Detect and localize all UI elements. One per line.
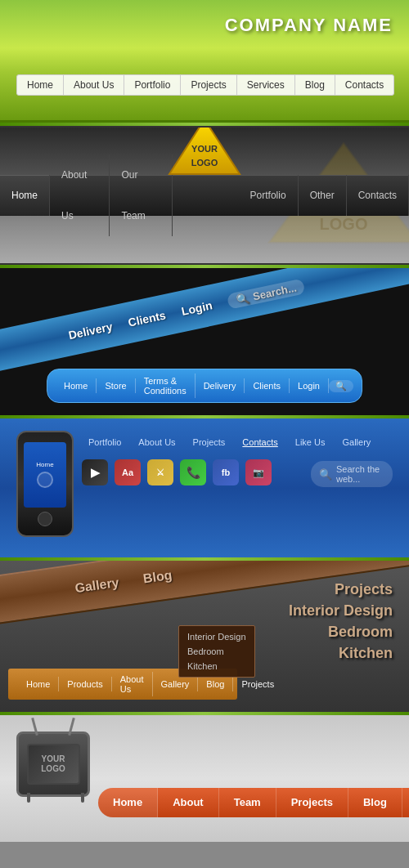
nav4-like[interactable]: Like Us [289,435,332,450]
nav6-blog[interactable]: Blog [348,788,402,817]
tv-body: YOUR LOGO [16,732,90,797]
tv-logo-line2: LOGO [41,764,65,773]
nav6-about[interactable]: About [158,788,219,817]
drop-bedroom[interactable]: Bedroom [179,644,254,659]
nav3-clients[interactable]: Clients [245,378,290,393]
nav6-team[interactable]: Team [219,788,276,817]
label-projects[interactable]: Projects [289,581,393,598]
nav2-team[interactable]: Our Team [110,154,172,236]
logo-triangle: YOUR LOGO [168,126,241,181]
phone-home-btn[interactable] [38,512,52,526]
label-interior[interactable]: Interior Design [289,602,393,620]
search-bar-4[interactable]: 🔍 Search the web... [311,461,393,487]
angled-clients[interactable]: Clients [127,308,167,329]
phone-home-label: Home [36,461,53,468]
tv-logo-text: YOUR LOGO [41,754,65,774]
section6-tv-nav: YOUR LOGO Home About Team Projects Blog … [0,715,409,842]
angled-search-label: Search... [252,281,298,302]
tv-antenna-left [31,718,38,736]
nav5-about[interactable]: About Us [112,672,153,696]
nav6-stream[interactable]: Stream [402,788,409,817]
nav2-contacts[interactable]: Contacts [347,175,409,216]
nav3-store[interactable]: Store [97,378,135,393]
nav-bar-1: Home About Us Portfolio Projects Service… [16,74,394,96]
nav4-gallery[interactable]: Gallery [335,435,377,450]
phone-image: Home [16,431,74,537]
search-mag-icon: 🔍 [335,381,347,391]
angled-search[interactable]: 🔍 Search... [227,278,306,309]
nav3-terms[interactable]: Terms & Conditions [136,374,196,398]
svg-text:LOGO: LOGO [320,215,368,233]
section3-angled-nav: Delivery Clients Login 🔍 Search... Home … [0,268,409,415]
company-name: COMPANY NAME [225,15,393,36]
app-icon-game[interactable]: ⚔ [147,459,173,485]
angled-bar: Delivery Clients Login 🔍 Search... [0,268,409,376]
nav1-about[interactable]: About Us [64,75,124,95]
nav2-home[interactable]: Home [0,175,50,216]
dropdown-menu: Interior Design Bedroom Kitchen [178,625,255,678]
tv-legs [27,793,84,803]
section4-iphone-nav: Home Portfolio About Us Projects Contact… [0,418,409,557]
app-icons-row: ▶ Aa ⚔ 📞 fb 📷 [82,459,272,485]
angled-login[interactable]: Login [180,298,213,318]
section5-wood-nav: Gallery Blog Projects Interior Design Be… [0,561,409,712]
nav5-home[interactable]: Home [18,677,59,691]
app-icon-fb[interactable]: fb [213,459,239,485]
app-icon-phone[interactable]: 📞 [180,459,206,485]
nav-bar-4-tabs: Portfolio About Us Projects Contacts Lik… [82,435,377,450]
tv-antenna-right [68,718,75,736]
tv-leg-right [81,793,84,803]
section1-green-nav: COMPANY NAME Home About Us Portfolio Pro… [0,0,409,123]
nav6-home[interactable]: Home [98,788,158,817]
nav-bar-3: Home Store Terms & Conditions Delivery C… [47,369,362,403]
nav4-about[interactable]: About Us [132,435,182,450]
nav5-products[interactable]: Products [59,677,111,691]
wood-gallery[interactable]: Gallery [74,575,119,596]
nav1-contacts[interactable]: Contacts [335,75,393,95]
angled-delivery[interactable]: Delivery [67,320,114,342]
nav5-blog[interactable]: Blog [198,677,233,691]
nav1-blog[interactable]: Blog [295,75,335,95]
svg-text:YOUR: YOUR [191,144,218,154]
phone-screen: Home [24,442,66,508]
inline-search[interactable]: 🔍 [329,380,353,392]
label-kitchen[interactable]: Kitchen [289,645,393,662]
nav3-login[interactable]: Login [290,378,329,393]
search-icon: 🔍 [235,291,250,306]
nav4-projects[interactable]: Projects [187,435,232,450]
section2-dark-nav: YOUR LOGO YOUR LOGO Home About Us Our Te… [0,126,409,265]
tv-logo: YOUR LOGO [16,732,90,797]
nav3-delivery[interactable]: Delivery [196,378,245,393]
app-icon-photo[interactable]: 📷 [245,459,272,485]
nav1-home[interactable]: Home [17,75,64,95]
nav-bar-2: Home About Us Our Team Portfolio Other C… [0,175,409,216]
tv-screen: YOUR LOGO [27,744,80,785]
app-icon-play[interactable]: ▶ [82,459,108,485]
nav6-projects[interactable]: Projects [276,788,348,817]
camera-icon [37,472,53,488]
svg-text:LOGO: LOGO [191,158,218,168]
tv-leg-left [27,793,30,803]
nav2-portfolio[interactable]: Portfolio [239,175,299,216]
phone-body: Home [16,431,74,537]
app-icon-aa[interactable]: Aa [115,459,141,485]
nav4-portfolio[interactable]: Portfolio [82,435,128,450]
search-placeholder-4: Search the web... [336,464,384,484]
nav4-contacts[interactable]: Contacts [236,435,284,450]
nav-bar-6: Home About Team Projects Blog Stream ↻ [98,788,409,817]
label-bedroom[interactable]: Bedroom [289,624,393,641]
right-labels: Projects Interior Design Bedroom Kitchen [289,581,393,662]
nav2-other[interactable]: Other [299,175,347,216]
tv-logo-line1: YOUR [42,754,65,763]
nav5-gallery[interactable]: Gallery [153,677,199,691]
nav1-portfolio[interactable]: Portfolio [124,75,181,95]
nav1-projects[interactable]: Projects [181,75,236,95]
drop-kitchen[interactable]: Kitchen [179,659,254,673]
drop-interior[interactable]: Interior Design [179,629,254,644]
nav3-home[interactable]: Home [56,378,97,393]
wood-blog[interactable]: Blog [142,568,173,587]
search-icon-4: 🔍 [319,468,332,481]
nav1-services[interactable]: Services [237,75,295,95]
nav5-projects[interactable]: Projects [233,677,282,691]
nav2-about[interactable]: About Us [50,154,110,236]
